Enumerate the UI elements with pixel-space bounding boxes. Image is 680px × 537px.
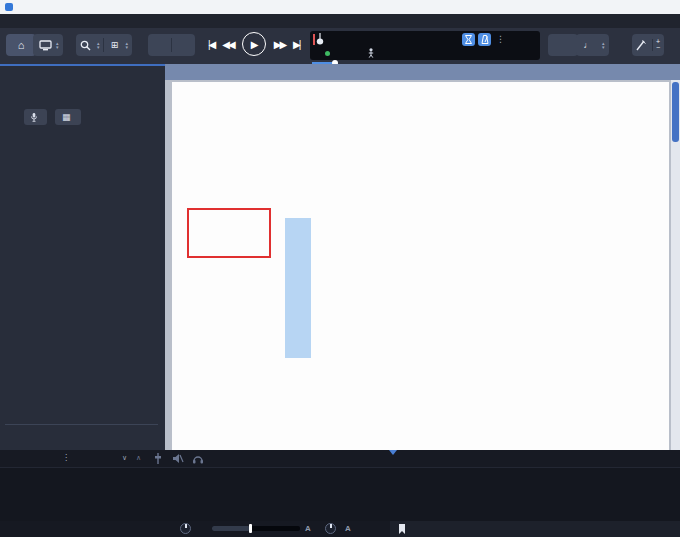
chord-grid-icon: ▦ [62, 112, 71, 122]
location-indicator [325, 51, 332, 56]
microphone-icon [31, 113, 37, 122]
section-marker-zone [390, 521, 680, 537]
layout-stepper[interactable]: ▴▾ [126, 41, 129, 50]
display-mode-group: ▴▾ [33, 34, 63, 56]
play-button[interactable]: ▶ [242, 32, 266, 56]
speed-stepper[interactable]: ▴▾ [602, 41, 605, 50]
zoom-stepper[interactable]: ▴▾ [97, 41, 100, 50]
undo-button[interactable] [152, 36, 168, 54]
master-pan-automation[interactable]: A [345, 524, 351, 533]
score-scrollbar[interactable] [671, 80, 680, 450]
layout-icon[interactable]: ⊞ [107, 36, 123, 54]
master-pan-knob[interactable] [325, 523, 336, 534]
track-info-display: ⋮ [310, 31, 540, 60]
track-options-menu[interactable]: ⋮ [496, 34, 505, 44]
metronome-icon [481, 35, 489, 44]
master-volume-slider[interactable] [212, 526, 300, 531]
chords-button[interactable]: ▦ [55, 109, 81, 125]
hourglass-icon [465, 35, 472, 44]
metronome-button[interactable] [478, 33, 491, 46]
display-mode-stepper[interactable]: ▴▾ [56, 41, 59, 50]
score-view [165, 64, 680, 450]
master-gain-knob[interactable] [180, 523, 191, 534]
redo-button[interactable] [175, 36, 191, 54]
transpose-stepper[interactable]: +− [652, 39, 660, 51]
conductor-icon [368, 48, 374, 58]
guitar-icon [316, 33, 325, 45]
playhead-marker[interactable] [389, 450, 397, 455]
edit-palette-sidebar: ▦ [0, 66, 165, 450]
transpose-group: +− [632, 34, 664, 56]
solo-all-icon[interactable] [192, 453, 204, 464]
undo-redo-group [148, 34, 195, 56]
selection-red-box [187, 208, 271, 258]
tuning-pen-icon [636, 40, 646, 51]
scrollbar-thumb[interactable] [672, 82, 679, 142]
fast-forward-button[interactable]: ▶▶ [274, 39, 285, 50]
home-button[interactable]: ⌂ [6, 34, 36, 56]
loop-icon [555, 36, 571, 54]
go-to-start-button[interactable]: |◀ [208, 39, 214, 50]
home-icon: ⌂ [13, 36, 29, 54]
magnifier-icon [80, 40, 91, 51]
menu-bar [0, 14, 680, 28]
mixer-header: ⋮ ∨ ∧ [0, 450, 680, 468]
guitar-pro-window: ⌂ ▴▾ ▴▾ ⊞ ▴▾ |◀ ◀◀ ▶ ▶▶ ▶| [0, 0, 680, 537]
palette-footer [5, 430, 160, 448]
tracks-menu[interactable]: ⋮ [62, 453, 70, 462]
loop-button[interactable] [548, 34, 578, 56]
status-dot [325, 51, 330, 56]
collapse-button[interactable]: ∨ [122, 454, 127, 462]
fader-icon[interactable] [152, 453, 164, 464]
bookmark-icon [398, 524, 406, 534]
playback-status-row [316, 48, 536, 58]
track-mixer-panel: ⋮ ∨ ∧ A A [0, 450, 680, 537]
monitor-icon [39, 40, 52, 51]
lyrics-button[interactable] [24, 109, 47, 125]
edit-cursor [285, 218, 311, 358]
master-volume-automation[interactable]: A [305, 524, 311, 533]
rewind-button[interactable]: ◀◀ [222, 39, 233, 50]
display-mode-button[interactable] [37, 36, 53, 54]
document-tab[interactable] [165, 64, 680, 80]
main-toolbar: ⌂ ▴▾ ▴▾ ⊞ ▴▾ |◀ ◀◀ ▶ ▶▶ ▶| [0, 28, 680, 64]
zoom-group: ▴▾ ⊞ ▴▾ [76, 34, 132, 56]
title-bar [0, 0, 680, 14]
countdown-button[interactable] [462, 33, 475, 46]
transport-controls: |◀ ◀◀ ▶ ▶▶ ▶| [208, 32, 299, 56]
track-color-bar [313, 34, 315, 45]
app-icon [5, 3, 13, 11]
mute-all-icon[interactable] [172, 453, 184, 464]
expand-button[interactable]: ∧ [136, 454, 141, 462]
playback-speed-group: ♩ ▴▾ [576, 34, 609, 56]
speed-note-icon: ♩ [580, 36, 596, 54]
go-to-end-button[interactable]: ▶| [293, 39, 299, 50]
score-page[interactable] [172, 82, 669, 450]
